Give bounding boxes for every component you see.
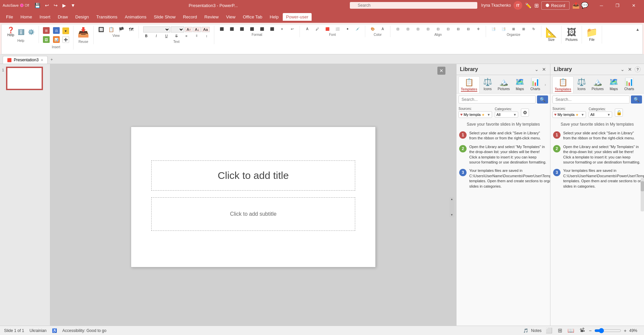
menu-insert[interactable]: Insert [36, 13, 54, 21]
settings-button[interactable]: ⚙️ [26, 29, 36, 36]
align-mr-btn[interactable]: ⊡ [443, 26, 453, 31]
lib-collapse-icon-1[interactable]: ⌄ [534, 66, 539, 73]
indent-btn[interactable]: ⬛ [267, 26, 277, 31]
bullet-btn[interactable]: ≡ [277, 26, 287, 31]
lib-tabs-more-1[interactable]: › [543, 76, 547, 93]
search-input[interactable] [350, 2, 477, 9]
undo-icon[interactable]: ↩ [44, 2, 50, 9]
strikethrough-btn[interactable]: S [172, 34, 181, 39]
reuse-btn[interactable]: 📥 [76, 26, 91, 39]
highlight-btn[interactable]: 🖊 [313, 26, 322, 31]
zoom-level[interactable]: 49% [629, 328, 640, 333]
tab-close-icon[interactable]: ✕ [41, 58, 43, 62]
view-btn-3[interactable]: 🏴 [116, 26, 126, 32]
redo-icon[interactable]: ↪ [52, 2, 59, 9]
lib-tab-charts-1[interactable]: 📊 Charts [528, 76, 543, 93]
close-pane-btn[interactable]: ✕ [437, 67, 445, 75]
shape-fill-btn[interactable]: 🟥 [323, 26, 332, 31]
bold-btn[interactable]: B [142, 34, 151, 39]
zoom-in-btn[interactable]: + [624, 328, 627, 333]
menu-review[interactable]: Review [201, 13, 222, 21]
filter-settings-btn-2[interactable]: 🔒 [615, 109, 623, 117]
menu-record[interactable]: Record [179, 13, 200, 21]
align-right-btn[interactable]: ⬛ [237, 26, 247, 31]
align-left-btn[interactable]: ⬛ [217, 26, 226, 31]
font-decrease-btn[interactable]: A↓ [193, 27, 201, 32]
menu-poweruser[interactable]: Power-user [283, 13, 312, 21]
comments-icon[interactable]: 💬 [581, 2, 588, 9]
sources-dropdown-icon-2[interactable]: ▼ [581, 113, 584, 117]
insert-btn-3[interactable]: 🖼 [42, 36, 51, 44]
rtl-btn[interactable]: ↩ [287, 26, 297, 31]
subtitle-placeholder[interactable]: Click to add subtitle [151, 197, 355, 231]
notes-label[interactable]: Notes [531, 328, 541, 333]
normal-view-btn[interactable]: ⬜ [544, 327, 554, 334]
font-color-btn[interactable]: A [303, 26, 312, 31]
layout-icon[interactable]: ⊞ [534, 2, 539, 9]
align-ml-btn[interactable]: ⊡ [423, 26, 433, 31]
insert-btn-1[interactable]: ⊞ [42, 26, 51, 35]
share-icon[interactable]: 📤 [572, 2, 580, 9]
menu-view[interactable]: View [223, 13, 239, 21]
columns-btn[interactable]: ⫴ [192, 33, 201, 39]
lib-close-icon-1[interactable]: ✕ [541, 66, 547, 73]
categories-dropdown-icon-2[interactable]: ▼ [607, 113, 610, 117]
color-theme-btn[interactable]: 🎨 [368, 26, 377, 31]
align-justify-btn[interactable]: ⬛ [247, 26, 257, 31]
font-increase-btn[interactable]: A↑ [185, 27, 193, 32]
menu-design[interactable]: Design [72, 13, 92, 21]
send-back-btn[interactable]: 📑 [489, 26, 498, 31]
pen-icon[interactable]: ✏️ [525, 2, 532, 9]
collapse-icon[interactable]: ▲ [636, 27, 640, 32]
insert-btn-4[interactable]: 📊 [52, 36, 61, 44]
lib-close-icon-2[interactable]: ✕ [627, 66, 633, 73]
lib-tab-icons-1[interactable]: ⚖️ Icons [480, 76, 495, 93]
text-dir-btn[interactable]: ↕ [202, 34, 211, 39]
close-button[interactable]: ✕ [626, 0, 641, 11]
save-icon[interactable]: 💾 [33, 2, 42, 9]
lib-tab-maps-2[interactable]: 🗺️ Maps [606, 76, 621, 93]
restore-button[interactable]: ❐ [610, 0, 625, 11]
lib-tab-charts-2[interactable]: 📊 Charts [622, 76, 637, 93]
menu-transitions[interactable]: Transitions [93, 13, 121, 21]
lib-tab-maps-1[interactable]: 🗺️ Maps [513, 76, 527, 93]
align-tr-btn[interactable]: ⊡ [413, 26, 423, 31]
document-tab-pres3[interactable]: 🟥 Presentation3 ✕ [3, 56, 48, 64]
library-btn[interactable]: ♥ [61, 27, 70, 35]
lib-help-icon-2[interactable]: ? [635, 66, 641, 72]
lib-tab-pictures-2[interactable]: 🏔️ Pictures [590, 76, 606, 93]
help-button[interactable]: ❓ Help [6, 26, 16, 38]
filter-settings-btn-1[interactable]: ⚙ [521, 109, 529, 117]
insert-extra-btn[interactable]: ➕ [61, 36, 70, 44]
menu-help[interactable]: Help [266, 13, 282, 21]
underline-btn[interactable]: U [162, 34, 171, 39]
new-tab-btn[interactable]: + [48, 56, 56, 64]
spacing-btn[interactable]: ≡ [182, 34, 191, 39]
menu-animations[interactable]: Animations [121, 13, 150, 21]
lib-search-input-1[interactable] [459, 95, 536, 104]
presenter-view-btn[interactable]: 📽 [578, 327, 586, 334]
ribbon-collapse[interactable]: ▲ [636, 26, 640, 32]
color-text-btn[interactable]: A [378, 26, 387, 31]
bring-fwd-btn[interactable]: 📑 [499, 26, 508, 31]
slide-sorter-btn[interactable]: ⊞ [556, 327, 564, 334]
menu-draw[interactable]: Draw [54, 13, 71, 21]
zoom-out-btn[interactable]: − [589, 328, 592, 333]
insert-btn-2[interactable]: ⚖ [52, 26, 61, 35]
lib-search-btn-2[interactable]: 🔍 [631, 95, 642, 104]
menu-officetab[interactable]: Office Tab [239, 13, 266, 21]
slideshow-icon[interactable]: ▶ [61, 2, 67, 9]
align-mc-btn[interactable]: ⊡ [433, 26, 443, 31]
avatar[interactable]: IT [514, 1, 522, 10]
eyedropper-btn[interactable]: 💉 [353, 26, 362, 31]
info-button[interactable]: ℹ️ [16, 29, 26, 36]
rotate-btn[interactable]: ↻ [529, 26, 538, 31]
lib-search-btn-1[interactable]: 🔍 [537, 95, 548, 104]
line-spacing-btn[interactable]: ⬛ [257, 26, 267, 31]
view-btn-1[interactable]: 🔲 [96, 26, 106, 32]
shape-outline-btn[interactable]: ⬜ [333, 26, 342, 31]
lib-collapse-icon-2[interactable]: ⌄ [620, 66, 625, 73]
view-btn-4[interactable]: 🗺 [126, 26, 136, 32]
italic-btn[interactable]: I [152, 34, 161, 39]
minimize-button[interactable]: ─ [594, 0, 609, 11]
